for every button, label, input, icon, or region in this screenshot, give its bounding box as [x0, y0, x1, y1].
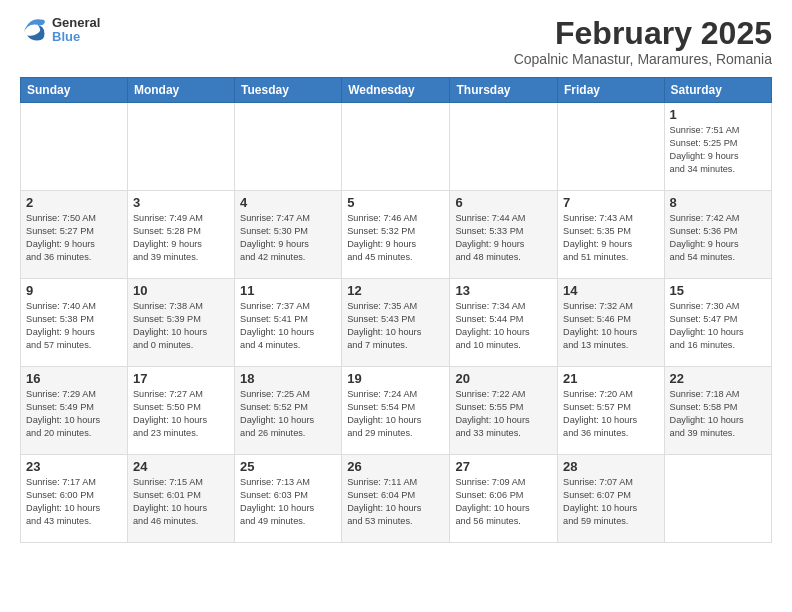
- calendar-cell: 13Sunrise: 7:34 AM Sunset: 5:44 PM Dayli…: [450, 279, 558, 367]
- calendar-cell: 27Sunrise: 7:09 AM Sunset: 6:06 PM Dayli…: [450, 455, 558, 543]
- day-number: 21: [563, 371, 659, 386]
- day-info: Sunrise: 7:43 AM Sunset: 5:35 PM Dayligh…: [563, 212, 659, 264]
- weekday-header: Tuesday: [235, 78, 342, 103]
- day-number: 3: [133, 195, 229, 210]
- day-info: Sunrise: 7:35 AM Sunset: 5:43 PM Dayligh…: [347, 300, 444, 352]
- calendar-cell: 23Sunrise: 7:17 AM Sunset: 6:00 PM Dayli…: [21, 455, 128, 543]
- calendar-week-row: 1Sunrise: 7:51 AM Sunset: 5:25 PM Daylig…: [21, 103, 772, 191]
- day-number: 11: [240, 283, 336, 298]
- day-info: Sunrise: 7:07 AM Sunset: 6:07 PM Dayligh…: [563, 476, 659, 528]
- calendar-cell: [127, 103, 234, 191]
- day-number: 9: [26, 283, 122, 298]
- calendar-cell: 19Sunrise: 7:24 AM Sunset: 5:54 PM Dayli…: [342, 367, 450, 455]
- subtitle: Copalnic Manastur, Maramures, Romania: [514, 51, 772, 67]
- day-info: Sunrise: 7:15 AM Sunset: 6:01 PM Dayligh…: [133, 476, 229, 528]
- day-number: 16: [26, 371, 122, 386]
- day-info: Sunrise: 7:34 AM Sunset: 5:44 PM Dayligh…: [455, 300, 552, 352]
- day-number: 28: [563, 459, 659, 474]
- day-number: 26: [347, 459, 444, 474]
- day-info: Sunrise: 7:29 AM Sunset: 5:49 PM Dayligh…: [26, 388, 122, 440]
- calendar-cell: 6Sunrise: 7:44 AM Sunset: 5:33 PM Daylig…: [450, 191, 558, 279]
- day-number: 22: [670, 371, 766, 386]
- day-info: Sunrise: 7:46 AM Sunset: 5:32 PM Dayligh…: [347, 212, 444, 264]
- day-number: 27: [455, 459, 552, 474]
- calendar-cell: 5Sunrise: 7:46 AM Sunset: 5:32 PM Daylig…: [342, 191, 450, 279]
- day-info: Sunrise: 7:32 AM Sunset: 5:46 PM Dayligh…: [563, 300, 659, 352]
- month-title: February 2025: [514, 16, 772, 51]
- day-info: Sunrise: 7:38 AM Sunset: 5:39 PM Dayligh…: [133, 300, 229, 352]
- calendar-cell: 22Sunrise: 7:18 AM Sunset: 5:58 PM Dayli…: [664, 367, 771, 455]
- calendar-cell: 18Sunrise: 7:25 AM Sunset: 5:52 PM Dayli…: [235, 367, 342, 455]
- day-info: Sunrise: 7:50 AM Sunset: 5:27 PM Dayligh…: [26, 212, 122, 264]
- weekday-header: Saturday: [664, 78, 771, 103]
- day-info: Sunrise: 7:24 AM Sunset: 5:54 PM Dayligh…: [347, 388, 444, 440]
- day-number: 14: [563, 283, 659, 298]
- day-number: 15: [670, 283, 766, 298]
- calendar-cell: 16Sunrise: 7:29 AM Sunset: 5:49 PM Dayli…: [21, 367, 128, 455]
- calendar-cell: 15Sunrise: 7:30 AM Sunset: 5:47 PM Dayli…: [664, 279, 771, 367]
- calendar-cell: 3Sunrise: 7:49 AM Sunset: 5:28 PM Daylig…: [127, 191, 234, 279]
- calendar-cell: [558, 103, 665, 191]
- weekday-header: Thursday: [450, 78, 558, 103]
- weekday-header: Sunday: [21, 78, 128, 103]
- calendar-cell: 11Sunrise: 7:37 AM Sunset: 5:41 PM Dayli…: [235, 279, 342, 367]
- day-info: Sunrise: 7:20 AM Sunset: 5:57 PM Dayligh…: [563, 388, 659, 440]
- calendar-week-row: 9Sunrise: 7:40 AM Sunset: 5:38 PM Daylig…: [21, 279, 772, 367]
- logo-general: General: [52, 16, 100, 30]
- calendar-cell: 28Sunrise: 7:07 AM Sunset: 6:07 PM Dayli…: [558, 455, 665, 543]
- calendar-cell: [664, 455, 771, 543]
- calendar-cell: 14Sunrise: 7:32 AM Sunset: 5:46 PM Dayli…: [558, 279, 665, 367]
- logo-icon: [20, 16, 48, 44]
- day-info: Sunrise: 7:49 AM Sunset: 5:28 PM Dayligh…: [133, 212, 229, 264]
- day-info: Sunrise: 7:42 AM Sunset: 5:36 PM Dayligh…: [670, 212, 766, 264]
- day-info: Sunrise: 7:40 AM Sunset: 5:38 PM Dayligh…: [26, 300, 122, 352]
- calendar-cell: 17Sunrise: 7:27 AM Sunset: 5:50 PM Dayli…: [127, 367, 234, 455]
- weekday-header: Monday: [127, 78, 234, 103]
- day-number: 25: [240, 459, 336, 474]
- weekday-header: Wednesday: [342, 78, 450, 103]
- day-number: 4: [240, 195, 336, 210]
- weekday-header: Friday: [558, 78, 665, 103]
- calendar-cell: [450, 103, 558, 191]
- logo: General Blue: [20, 16, 100, 45]
- day-info: Sunrise: 7:22 AM Sunset: 5:55 PM Dayligh…: [455, 388, 552, 440]
- day-info: Sunrise: 7:37 AM Sunset: 5:41 PM Dayligh…: [240, 300, 336, 352]
- day-number: 23: [26, 459, 122, 474]
- page: General Blue February 2025 Copalnic Mana…: [0, 0, 792, 612]
- day-info: Sunrise: 7:09 AM Sunset: 6:06 PM Dayligh…: [455, 476, 552, 528]
- day-number: 19: [347, 371, 444, 386]
- calendar-cell: 25Sunrise: 7:13 AM Sunset: 6:03 PM Dayli…: [235, 455, 342, 543]
- calendar-week-row: 23Sunrise: 7:17 AM Sunset: 6:00 PM Dayli…: [21, 455, 772, 543]
- calendar-cell: 9Sunrise: 7:40 AM Sunset: 5:38 PM Daylig…: [21, 279, 128, 367]
- day-number: 7: [563, 195, 659, 210]
- header: General Blue February 2025 Copalnic Mana…: [20, 16, 772, 67]
- day-number: 17: [133, 371, 229, 386]
- day-info: Sunrise: 7:25 AM Sunset: 5:52 PM Dayligh…: [240, 388, 336, 440]
- calendar-cell: 21Sunrise: 7:20 AM Sunset: 5:57 PM Dayli…: [558, 367, 665, 455]
- day-number: 1: [670, 107, 766, 122]
- day-info: Sunrise: 7:11 AM Sunset: 6:04 PM Dayligh…: [347, 476, 444, 528]
- calendar-header-row: SundayMondayTuesdayWednesdayThursdayFrid…: [21, 78, 772, 103]
- calendar-cell: 4Sunrise: 7:47 AM Sunset: 5:30 PM Daylig…: [235, 191, 342, 279]
- day-info: Sunrise: 7:13 AM Sunset: 6:03 PM Dayligh…: [240, 476, 336, 528]
- day-info: Sunrise: 7:18 AM Sunset: 5:58 PM Dayligh…: [670, 388, 766, 440]
- day-number: 10: [133, 283, 229, 298]
- day-number: 6: [455, 195, 552, 210]
- day-info: Sunrise: 7:47 AM Sunset: 5:30 PM Dayligh…: [240, 212, 336, 264]
- day-info: Sunrise: 7:27 AM Sunset: 5:50 PM Dayligh…: [133, 388, 229, 440]
- calendar-cell: [235, 103, 342, 191]
- calendar-cell: 24Sunrise: 7:15 AM Sunset: 6:01 PM Dayli…: [127, 455, 234, 543]
- day-number: 13: [455, 283, 552, 298]
- day-number: 8: [670, 195, 766, 210]
- day-number: 20: [455, 371, 552, 386]
- calendar-cell: 2Sunrise: 7:50 AM Sunset: 5:27 PM Daylig…: [21, 191, 128, 279]
- title-block: February 2025 Copalnic Manastur, Maramur…: [514, 16, 772, 67]
- calendar-week-row: 16Sunrise: 7:29 AM Sunset: 5:49 PM Dayli…: [21, 367, 772, 455]
- day-number: 12: [347, 283, 444, 298]
- logo-blue: Blue: [52, 30, 100, 44]
- day-number: 2: [26, 195, 122, 210]
- calendar-week-row: 2Sunrise: 7:50 AM Sunset: 5:27 PM Daylig…: [21, 191, 772, 279]
- calendar-cell: [21, 103, 128, 191]
- calendar-cell: 26Sunrise: 7:11 AM Sunset: 6:04 PM Dayli…: [342, 455, 450, 543]
- day-number: 24: [133, 459, 229, 474]
